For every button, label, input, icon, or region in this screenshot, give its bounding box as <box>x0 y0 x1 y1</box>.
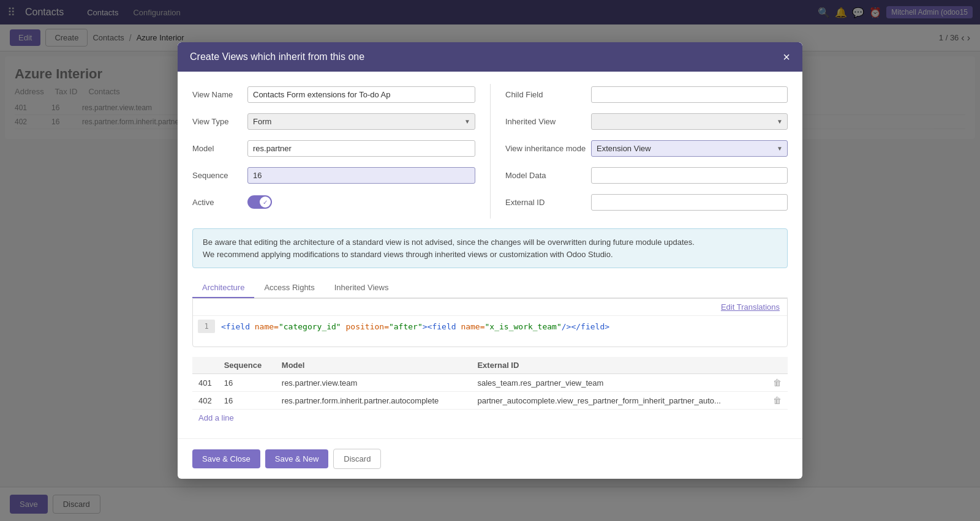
child-field-input[interactable] <box>591 86 788 103</box>
form-right: Child Field Inherited View View inherita… <box>490 84 788 219</box>
tabs-bar: Architecture Access Rights Inherited Vie… <box>192 278 788 298</box>
col-external-id: External ID <box>471 357 767 374</box>
sequence-input[interactable] <box>247 167 475 184</box>
form-grid: View Name View Type Form List Kanban <box>192 84 788 219</box>
row-trash-1[interactable]: 🗑 <box>767 374 788 392</box>
tab-architecture[interactable]: Architecture <box>192 278 254 298</box>
modal-body: View Name View Type Form List Kanban <box>178 72 802 438</box>
save-new-button[interactable]: Save & New <box>265 449 329 468</box>
row-seq-2: 16 <box>218 392 276 410</box>
add-line-button[interactable]: Add a line <box>192 410 240 426</box>
modal-close-button[interactable]: × <box>783 51 790 63</box>
sequence-row: Sequence <box>192 165 475 186</box>
external-id-row: External ID <box>505 192 788 212</box>
view-inheritance-label: View inheritance mode <box>505 144 591 153</box>
code-line-1: 1 <field name="category_id" position="af… <box>193 316 787 337</box>
row-ext-1: sales_team.res_partner_view_team <box>471 374 767 392</box>
active-label: Active <box>192 198 247 207</box>
inherited-view-select-wrapper[interactable] <box>591 113 788 130</box>
col-model: Model <box>276 357 472 374</box>
view-name-row: View Name <box>192 84 475 105</box>
view-inheritance-select[interactable]: Extension View Primary View <box>591 140 788 157</box>
modal-title: Create Views which inherit from this one <box>190 51 364 62</box>
tab-inherited-views[interactable]: Inherited Views <box>325 278 399 298</box>
row-seq-1: 16 <box>218 374 276 392</box>
view-type-select[interactable]: Form List Kanban <box>247 113 475 130</box>
inherited-view-row: Inherited View <box>505 111 788 132</box>
child-field-label: Child Field <box>505 90 591 99</box>
active-row: Active <box>192 192 475 212</box>
inherited-view-select[interactable] <box>591 113 788 130</box>
row-num-2: 402 <box>192 392 218 410</box>
model-data-row: Model Data <box>505 165 788 186</box>
line-number: 1 <box>198 320 215 333</box>
model-input[interactable] <box>247 140 475 157</box>
model-data-label: Model Data <box>505 171 591 180</box>
external-id-label: External ID <box>505 198 591 207</box>
view-type-select-wrapper[interactable]: Form List Kanban <box>247 113 475 130</box>
table-row: 402 16 res.partner.form.inherit.partner.… <box>192 392 788 410</box>
active-toggle-wrap <box>247 195 272 209</box>
view-type-label: View Type <box>192 117 247 126</box>
child-field-row: Child Field <box>505 84 788 105</box>
col-checkbox <box>192 357 218 374</box>
modal-header: Create Views which inherit from this one… <box>178 42 802 72</box>
row-model-1: res.partner.view.team <box>276 374 472 392</box>
view-inheritance-select-wrapper[interactable]: Extension View Primary View <box>591 140 788 157</box>
modal-dialog: Create Views which inherit from this one… <box>178 42 802 479</box>
model-row: Model <box>192 138 475 159</box>
sequence-label: Sequence <box>192 171 247 180</box>
model-label: Model <box>192 144 247 153</box>
view-name-label: View Name <box>192 90 247 99</box>
row-ext-2: partner_autocomplete.view_res_partner_fo… <box>471 392 767 410</box>
modal-overlay: Create Views which inherit from this one… <box>0 0 980 521</box>
save-close-button[interactable]: Save & Close <box>192 449 260 468</box>
code-content: <field name="category_id" position="afte… <box>221 322 609 331</box>
discard-button[interactable]: Discard <box>333 449 381 469</box>
tab-access-rights[interactable]: Access Rights <box>254 278 324 298</box>
inherited-views-table: Sequence Model External ID 401 16 res.pa… <box>192 357 788 426</box>
external-id-input[interactable] <box>591 194 788 211</box>
col-sequence: Sequence <box>218 357 276 374</box>
view-name-input[interactable] <box>247 86 475 103</box>
code-area-header: Edit Translations <box>193 299 787 316</box>
inherited-view-label: Inherited View <box>505 117 591 126</box>
form-left: View Name View Type Form List Kanban <box>192 84 490 219</box>
alert-text-1: Be aware that editing the architecture o… <box>203 238 695 247</box>
edit-translations-button[interactable]: Edit Translations <box>721 302 780 312</box>
code-area: Edit Translations 1 <field name="categor… <box>192 298 788 347</box>
active-toggle[interactable] <box>247 195 272 209</box>
modal-footer: Save & Close Save & New Discard <box>178 438 802 479</box>
row-trash-2[interactable]: 🗑 <box>767 392 788 410</box>
model-data-input[interactable] <box>591 167 788 184</box>
table-row: 401 16 res.partner.view.team sales_team.… <box>192 374 788 392</box>
alert-text-2: We recommend applying modifications to s… <box>203 250 613 259</box>
row-model-2: res.partner.form.inherit.partner.autocom… <box>276 392 472 410</box>
view-type-row: View Type Form List Kanban <box>192 111 475 132</box>
view-inheritance-row: View inheritance mode Extension View Pri… <box>505 138 788 159</box>
views-table: Sequence Model External ID 401 16 res.pa… <box>192 357 788 410</box>
alert-box: Be aware that editing the architecture o… <box>192 228 788 268</box>
col-actions <box>767 357 788 374</box>
toggle-knob <box>260 197 271 208</box>
row-num-1: 401 <box>192 374 218 392</box>
